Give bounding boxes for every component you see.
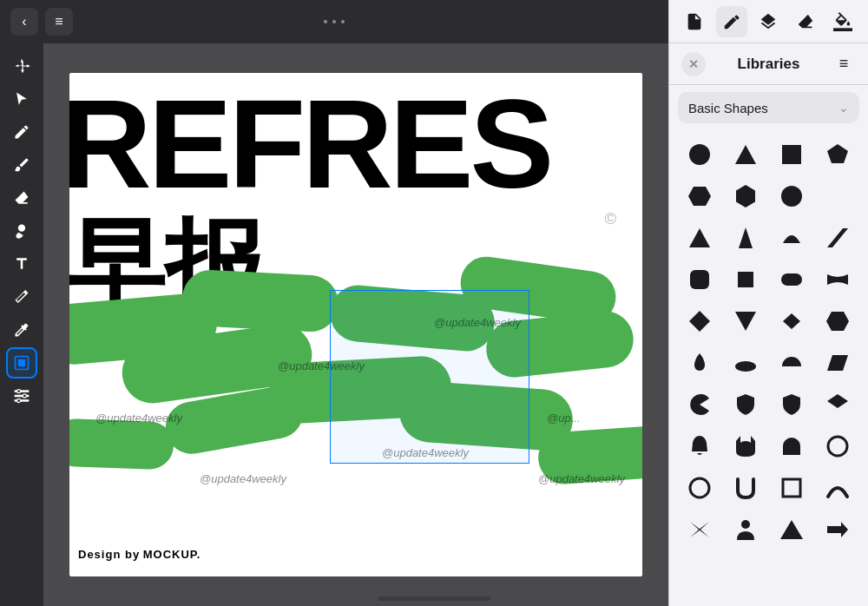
shape-triangle[interactable] xyxy=(727,135,765,174)
pen-tool[interactable] xyxy=(6,116,37,148)
dot-2 xyxy=(332,20,336,23)
shape-arrow-right[interactable] xyxy=(819,510,857,549)
brush-tool[interactable] xyxy=(6,149,37,181)
ruler-tool[interactable] xyxy=(6,281,37,313)
shape-triangle-up-2[interactable] xyxy=(681,219,719,257)
shape-pacman[interactable] xyxy=(681,385,719,424)
shape-drop[interactable] xyxy=(681,344,719,382)
shape-pentagon-flat[interactable] xyxy=(819,302,857,340)
home-indicator xyxy=(378,596,490,601)
shapes-row-1 xyxy=(676,135,861,174)
move-tool[interactable] xyxy=(6,50,37,82)
shape-triangle-thin[interactable] xyxy=(727,219,765,257)
shape-circle-lg[interactable] xyxy=(773,177,811,215)
shape-small-square[interactable] xyxy=(727,260,765,299)
shape-hourglass-h[interactable] xyxy=(819,260,857,299)
svg-rect-22 xyxy=(781,273,802,286)
adjust-tool[interactable] xyxy=(6,380,37,412)
shape-semicircle[interactable] xyxy=(773,344,811,382)
shape-diamond[interactable] xyxy=(681,302,719,340)
right-panel-topbar xyxy=(669,0,868,43)
shape-rounded-square[interactable] xyxy=(681,260,719,299)
shapes-row-2 xyxy=(676,177,861,215)
panel-pencilruler-btn[interactable] xyxy=(716,6,747,37)
shapes-grid xyxy=(669,130,868,606)
shape-bell[interactable] xyxy=(681,427,719,465)
panel-document-btn[interactable] xyxy=(679,6,710,37)
smudge-tool[interactable] xyxy=(6,215,37,247)
svg-marker-13 xyxy=(688,187,711,206)
libraries-menu-button[interactable]: ≡ xyxy=(832,52,856,76)
svg-marker-17 xyxy=(689,228,710,247)
design-by: Design by MOCKUP. xyxy=(78,548,201,561)
shape-pentagon[interactable] xyxy=(819,135,857,174)
shape-hex-flat[interactable] xyxy=(681,177,719,215)
shape-parallelogram[interactable] xyxy=(819,344,857,382)
select-tool[interactable] xyxy=(6,83,37,115)
svg-point-30 xyxy=(828,437,847,456)
shape-arc-top[interactable] xyxy=(773,219,811,257)
svg-point-27 xyxy=(735,361,756,372)
right-panel: ✕ Libraries ≡ Basic Shapes ⌄ xyxy=(668,0,868,606)
design-by-label: Design by xyxy=(78,548,140,561)
shape-curve[interactable] xyxy=(819,469,857,507)
libraries-close-button[interactable]: ✕ xyxy=(681,52,706,76)
shapes-row-7 xyxy=(676,385,861,424)
shape-shield-outline[interactable] xyxy=(727,385,765,424)
svg-point-31 xyxy=(690,478,709,497)
svg-point-7 xyxy=(23,394,26,398)
shape-circle-outline[interactable] xyxy=(819,427,857,465)
brand-label: MOCKUP. xyxy=(143,548,201,561)
shape-shield-fill[interactable] xyxy=(773,385,811,424)
shape-oval-wide[interactable] xyxy=(727,344,765,382)
shape-circle-empty[interactable] xyxy=(681,469,719,507)
eraser-tool[interactable] xyxy=(6,182,37,214)
shapes-row-8 xyxy=(676,427,861,465)
shapes-dropdown[interactable]: Basic Shapes ⌄ xyxy=(678,92,859,123)
shapes-row-10 xyxy=(676,510,861,549)
svg-point-6 xyxy=(17,390,21,393)
shape-square[interactable] xyxy=(773,135,811,174)
shape-triangle-right[interactable] xyxy=(819,177,857,215)
svg-marker-10 xyxy=(735,145,756,164)
panel-layers-btn[interactable] xyxy=(753,6,784,37)
shape-triangle-down[interactable] xyxy=(727,302,765,340)
shape-rounded-rect[interactable] xyxy=(773,260,811,299)
shapes-row-5 xyxy=(676,302,861,340)
shape-arch[interactable] xyxy=(773,427,811,465)
shape-u-shape[interactable] xyxy=(727,469,765,507)
shape-flag[interactable] xyxy=(819,385,857,424)
shape-circle[interactable] xyxy=(681,135,719,174)
svg-marker-29 xyxy=(827,394,848,408)
text-tool[interactable] xyxy=(6,248,37,280)
shape-hex-point[interactable] xyxy=(727,177,765,215)
svg-marker-18 xyxy=(739,227,753,248)
canvas-area: REFRES © 早报 @update4weekly xyxy=(43,43,668,606)
svg-rect-20 xyxy=(690,270,709,289)
shape-person[interactable] xyxy=(727,510,765,549)
shapes-row-6 xyxy=(676,344,861,382)
eyedropper-tool[interactable] xyxy=(6,314,37,346)
svg-point-0 xyxy=(18,225,25,232)
frame-tool[interactable] xyxy=(6,347,37,379)
left-toolbar xyxy=(0,43,43,606)
svg-marker-14 xyxy=(736,185,755,207)
shape-slash[interactable] xyxy=(819,219,857,257)
panel-eraser-btn[interactable] xyxy=(790,6,821,37)
shape-bowtie[interactable] xyxy=(681,510,719,549)
svg-rect-2 xyxy=(18,359,25,366)
svg-marker-24 xyxy=(735,312,756,331)
menu-button[interactable]: ≡ xyxy=(45,8,73,36)
dot-1 xyxy=(324,20,327,23)
watermark-6: @update4weekly xyxy=(200,472,286,485)
shape-diamond-flat[interactable] xyxy=(773,302,811,340)
svg-point-15 xyxy=(781,186,802,207)
shape-mountain[interactable] xyxy=(773,510,811,549)
panel-fill-btn[interactable] xyxy=(827,6,858,37)
shape-square-outline[interactable] xyxy=(773,469,811,507)
back-button[interactable]: ‹ xyxy=(10,8,38,36)
svg-point-9 xyxy=(689,144,710,165)
selection-box xyxy=(330,290,529,464)
shape-cat[interactable] xyxy=(727,427,765,465)
svg-marker-16 xyxy=(827,187,848,206)
